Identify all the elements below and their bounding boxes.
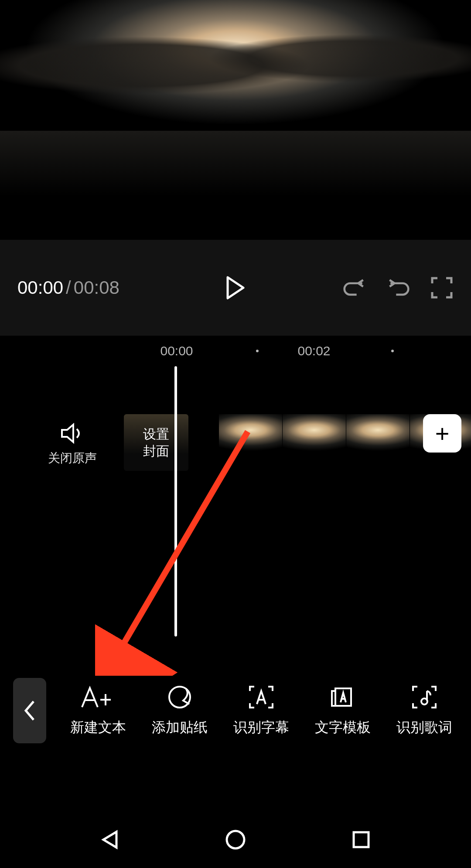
playback-controls: 00:00 / 00:08 (0, 240, 471, 336)
nav-home-button[interactable] (220, 824, 251, 855)
timeline[interactable]: 00:00 00:02 关闭原声 设置 封面 + (0, 336, 471, 654)
redo-button[interactable] (386, 276, 410, 300)
nav-recents-button[interactable] (346, 824, 376, 855)
set-cover-label: 设置 封面 (143, 425, 169, 460)
mute-label: 关闭原声 (48, 450, 97, 466)
undo-button[interactable] (343, 276, 366, 300)
time-separator: / (66, 277, 71, 298)
time-ruler: 00:00 00:02 (0, 336, 471, 366)
clip-thumb (346, 414, 410, 471)
svg-marker-6 (103, 832, 116, 848)
text-plus-icon (79, 684, 117, 710)
tool-auto-lyrics[interactable]: 识别歌词 (396, 684, 452, 737)
text-template-icon (328, 684, 357, 710)
ruler-dot (391, 350, 394, 352)
svg-rect-8 (354, 832, 369, 847)
ruler-dot (256, 350, 259, 352)
preview-clouds (0, 31, 471, 100)
current-time: 00:00 (17, 277, 63, 298)
svg-marker-0 (228, 277, 243, 298)
scan-text-icon (248, 684, 274, 710)
plus-icon: + (435, 419, 450, 448)
triangle-back-icon (99, 828, 122, 851)
set-cover-button[interactable]: 设置 封面 (124, 414, 188, 471)
tool-new-text[interactable]: 新建文本 (70, 684, 126, 737)
svg-point-7 (227, 831, 244, 848)
track-row: 关闭原声 设置 封面 + (0, 410, 471, 480)
tool-label: 新建文本 (70, 718, 126, 737)
ruler-tick-2: 00:02 (297, 344, 330, 358)
system-nav-bar (0, 811, 471, 868)
play-button[interactable] (224, 276, 247, 300)
chevron-left-icon (23, 700, 36, 722)
tool-label: 识别歌词 (396, 718, 452, 737)
preview-ground (0, 131, 471, 240)
nav-back-button[interactable] (95, 824, 126, 855)
tool-label: 识别字幕 (233, 718, 289, 737)
svg-point-5 (421, 698, 427, 705)
tool-auto-subtitle[interactable]: 识别字幕 (233, 684, 289, 737)
total-time: 00:08 (74, 277, 119, 298)
speaker-icon (60, 423, 85, 444)
playhead[interactable] (174, 366, 177, 637)
circle-home-icon (224, 828, 247, 851)
video-preview[interactable] (0, 0, 471, 240)
add-clip-button[interactable]: + (423, 414, 461, 453)
fullscreen-button[interactable] (430, 276, 454, 300)
sticker-icon (167, 684, 192, 710)
scan-music-icon (411, 684, 437, 710)
tool-text-template[interactable]: 文字模板 (315, 684, 371, 737)
text-toolbar: 新建文本 添加贴纸 识别字幕 (0, 658, 471, 763)
tool-label: 添加贴纸 (152, 718, 208, 737)
tool-add-sticker[interactable]: 添加贴纸 (152, 684, 208, 737)
clip-thumb (219, 414, 283, 471)
clip-thumb (283, 414, 346, 471)
toolbar-back-button[interactable] (13, 678, 46, 743)
tool-label: 文字模板 (315, 718, 371, 737)
ruler-tick-0: 00:00 (160, 344, 193, 358)
mute-original-audio[interactable]: 关闭原声 (48, 423, 97, 466)
square-recents-icon (351, 830, 371, 850)
